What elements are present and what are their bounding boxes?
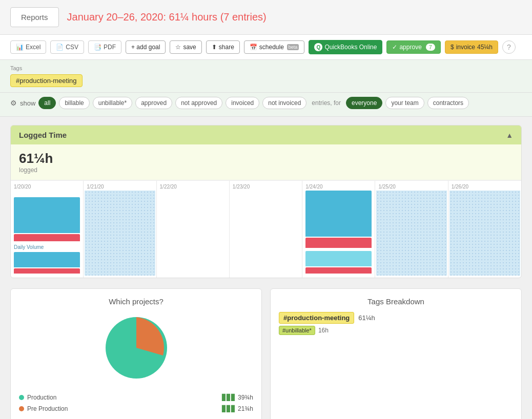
- bar-blue-4: [305, 191, 372, 237]
- chart-date-4: 1/24/20: [303, 183, 374, 191]
- tag-hours-0: 61¼h: [358, 314, 375, 322]
- invoice-hours: 45¼h: [477, 44, 493, 51]
- total-hours: 61¼h: [19, 151, 513, 166]
- logged-time-header: Logged Time ▲: [11, 125, 521, 144]
- bar-red-4: [305, 238, 372, 248]
- bar-chart-icon-production: ▊▊▊: [222, 394, 236, 401]
- daily-volume-label: Daily Volume: [12, 243, 82, 251]
- legend: Production ▊▊▊ 39¾h Pre Production: [19, 392, 253, 414]
- quickbooks-icon: Q: [314, 43, 322, 51]
- tag-breakdown-item-0: #production-meeting 61¼h #unbillable* 16…: [279, 312, 513, 335]
- pdf-button[interactable]: 📑 PDF: [88, 40, 121, 54]
- chart-col-3: 1/23/20: [230, 181, 302, 278]
- save-button[interactable]: ☆ save: [170, 40, 201, 54]
- chart-bar-area-lower-4: [303, 250, 374, 276]
- tag-sub-chip-0[interactable]: #unbillable*: [279, 326, 315, 335]
- legend-item-production: Production ▊▊▊ 39¾h: [19, 392, 253, 403]
- chart-grid: 1/20/20 Daily Volume 1/21/20: [11, 180, 521, 278]
- tag-sub-0: #unbillable* 16h: [279, 326, 513, 335]
- invoice-icon: $: [451, 44, 454, 51]
- star-icon: ☆: [175, 44, 181, 51]
- chart-col-0: 1/20/20 Daily Volume: [11, 181, 84, 278]
- filter-contractors-button[interactable]: contractors: [427, 97, 469, 109]
- toolbar: 📊 Excel 📄 CSV 📑 PDF + add goal ☆ save ⬆ …: [0, 35, 532, 60]
- chart-date-6: 1/26/20: [449, 183, 520, 191]
- chart-bar-area-0: [12, 191, 82, 243]
- share-button[interactable]: ⬆ share: [206, 40, 240, 54]
- chart-date-2: 1/22/20: [158, 183, 228, 191]
- chart-bar-area-6: [449, 191, 520, 276]
- bar-blue-lower-4: [305, 251, 372, 266]
- legend-item-pre-production: Pre Production ▊▊▊ 21¾h: [19, 403, 253, 414]
- bar-blue-lower-0: [14, 252, 80, 267]
- beta-badge: beta: [287, 44, 299, 50]
- tags-breakdown: Tags Breakdown #production-meeting 61¼h …: [270, 288, 522, 419]
- chart-bar-area-lower-0: [12, 251, 82, 276]
- chart-bar-area-1: [85, 191, 155, 276]
- legend-name-pre-production: Pre Production: [27, 405, 68, 412]
- bar-chart-icon-pre-production: ▊▊▊: [222, 405, 236, 412]
- invoice-button[interactable]: $ invoice 45¼h: [445, 40, 498, 54]
- chart-date-1: 1/21/20: [85, 183, 155, 191]
- chart-date-0: 1/20/20: [12, 183, 82, 191]
- tag-chip-production-meeting[interactable]: #production-meeting: [10, 74, 83, 87]
- legend-name-production: Production: [27, 394, 56, 401]
- chart-col-6: 1/26/20: [448, 181, 521, 278]
- tags-label: Tags: [10, 65, 522, 71]
- filter-invoiced-button[interactable]: invoiced: [226, 97, 259, 109]
- add-goal-button[interactable]: + add goal: [126, 40, 166, 54]
- filter-not-approved-button[interactable]: not approved: [175, 97, 222, 109]
- bottom-sections: Which projects?: [10, 288, 522, 419]
- excel-button[interactable]: 📊 Excel: [10, 40, 46, 54]
- pie-section-title: Which projects?: [19, 297, 253, 306]
- help-button[interactable]: ?: [502, 40, 516, 54]
- logged-label: logged: [19, 166, 513, 174]
- reports-tab[interactable]: Reports: [10, 7, 59, 27]
- legend-value-production: 39¾h: [238, 394, 253, 401]
- tag-highlight-0[interactable]: #production-meeting: [279, 312, 354, 324]
- chart-bar-area-5: [376, 191, 446, 276]
- chart-date-3: 1/23/20: [231, 183, 301, 191]
- filter-billable-button[interactable]: billable: [59, 97, 89, 109]
- legend-dot-pre-production: [19, 406, 24, 411]
- tag-sub-hours-0: 16h: [318, 327, 329, 334]
- chart-col-4: 1/24/20: [302, 181, 375, 278]
- chart-date-5: 1/25/20: [376, 183, 446, 191]
- bar-red-lower-0: [14, 268, 80, 274]
- filter-everyone-button[interactable]: everyone: [346, 97, 382, 109]
- chart-bar-area-2: [158, 191, 228, 276]
- legend-dot-production: [19, 395, 24, 400]
- tags-section: Tags #production-meeting: [0, 60, 532, 93]
- chart-bar-area-3: [231, 191, 301, 276]
- bar-blue-0: [14, 197, 80, 233]
- filter-approved-button[interactable]: approved: [135, 97, 172, 109]
- excel-icon: 📊: [16, 44, 24, 51]
- filter-all-button[interactable]: all: [38, 97, 56, 109]
- filter-unbillable-button[interactable]: unbillable*: [93, 97, 132, 109]
- pie-section: Which projects?: [10, 288, 262, 419]
- logged-time-summary: 61¼h logged: [11, 144, 521, 180]
- bar-red-0: [14, 234, 80, 241]
- approve-count-badge: 7: [426, 44, 435, 51]
- quickbooks-button[interactable]: Q QuickBooks Online: [309, 40, 382, 54]
- logged-time-card: Logged Time ▲ 61¼h logged 1/20/20: [10, 125, 522, 278]
- bar-red-lower-4: [305, 267, 372, 274]
- tag-breakdown-row-0: #production-meeting 61¼h: [279, 312, 513, 324]
- filter-not-invoiced-button[interactable]: not invoiced: [262, 97, 306, 109]
- csv-icon: 📄: [56, 44, 64, 51]
- tags-breakdown-title: Tags Breakdown: [279, 297, 513, 306]
- main-content: Logged Time ▲ 61¼h logged 1/20/20: [0, 117, 532, 419]
- chevron-up-icon[interactable]: ▲: [506, 131, 513, 139]
- calendar-icon: 📅: [250, 44, 257, 51]
- pie-chart: [100, 312, 172, 384]
- approve-icon: ✓: [392, 44, 397, 51]
- schedule-button[interactable]: 📅 schedule beta: [244, 40, 305, 54]
- filter-bar: ⚙ show all billable unbillable* approved…: [0, 93, 532, 117]
- approve-button[interactable]: ✓ approve 7: [386, 40, 441, 54]
- show-label: show: [20, 99, 35, 107]
- chart-area: 1/20/20 Daily Volume 1/21/20: [11, 180, 521, 278]
- entries-for-label: entries, for: [312, 99, 341, 107]
- csv-button[interactable]: 📄 CSV: [50, 40, 84, 54]
- filter-your-team-button[interactable]: your team: [385, 97, 424, 109]
- pdf-icon: 📑: [94, 44, 101, 51]
